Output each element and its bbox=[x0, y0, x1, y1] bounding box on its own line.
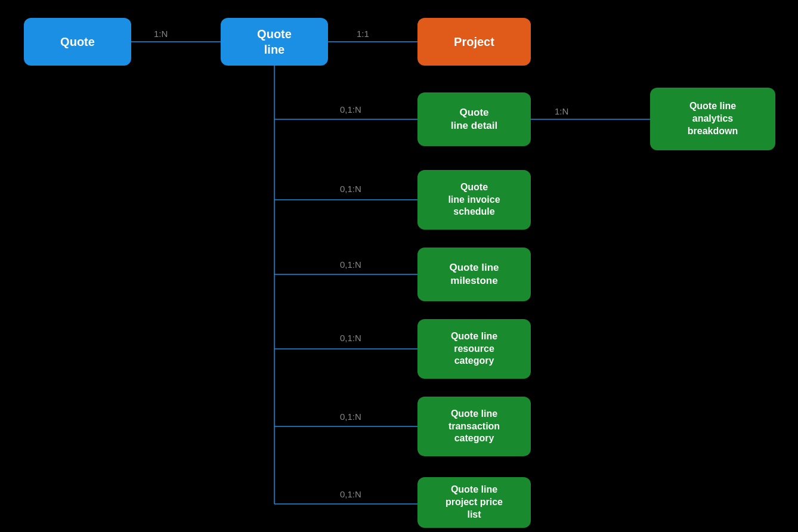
relation-quoteline-project: 1:1 bbox=[357, 29, 369, 39]
quote-node: Quote bbox=[24, 18, 131, 66]
relation-detail-analytics: 1:N bbox=[555, 106, 568, 116]
quote-line-transaction-node: Quote linetransactioncategory bbox=[417, 397, 531, 456]
connector-lines bbox=[0, 0, 798, 532]
quote-line-node: Quoteline bbox=[221, 18, 328, 66]
diagram: Quote Quoteline Project Quoteline detail… bbox=[0, 0, 798, 532]
quote-line-detail-node: Quoteline detail bbox=[417, 92, 531, 146]
quote-line-resource-node: Quote lineresourcecategory bbox=[417, 319, 531, 379]
relation-quoteline-milestone: 0,1:N bbox=[340, 259, 361, 270]
quote-line-analytics-node: Quote lineanalyticsbreakdown bbox=[650, 88, 775, 150]
quote-line-price-node: Quote lineproject pricelist bbox=[417, 477, 531, 528]
relation-quoteline-resource: 0,1:N bbox=[340, 333, 361, 343]
quote-line-milestone-node: Quote linemilestone bbox=[417, 248, 531, 301]
project-node: Project bbox=[417, 18, 531, 66]
relation-quoteline-invoice: 0,1:N bbox=[340, 184, 361, 194]
relation-quoteline-price: 0,1:N bbox=[340, 489, 361, 499]
relation-quoteline-detail: 0,1:N bbox=[340, 104, 361, 115]
quote-line-invoice-node: Quoteline invoiceschedule bbox=[417, 170, 531, 230]
relation-quoteline-transaction: 0,1:N bbox=[340, 412, 361, 422]
relation-quote-quoteline: 1:N bbox=[154, 29, 168, 39]
